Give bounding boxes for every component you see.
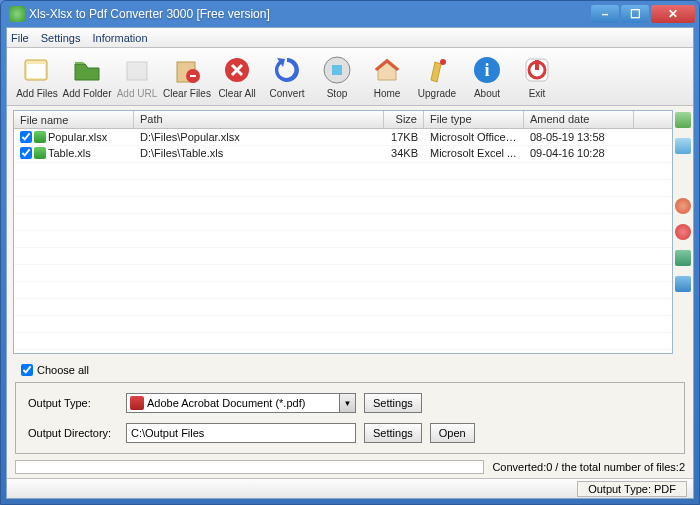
output-dir-input[interactable] bbox=[126, 423, 356, 443]
client-area: File Settings Information Add Files Add … bbox=[6, 27, 694, 499]
menu-information[interactable]: Information bbox=[92, 32, 147, 44]
add-folder-icon bbox=[71, 54, 103, 86]
output-dir-settings-button[interactable]: Settings bbox=[364, 423, 422, 443]
side-down-icon[interactable] bbox=[675, 276, 691, 292]
col-filename[interactable]: File name bbox=[14, 111, 134, 128]
app-icon bbox=[9, 6, 25, 22]
convert-button[interactable]: Convert bbox=[263, 52, 311, 101]
table-row[interactable]: Popular.xlsxD:\Files\Popular.xlsx17KBMic… bbox=[14, 129, 672, 145]
svg-point-8 bbox=[440, 59, 446, 65]
col-size[interactable]: Size bbox=[384, 111, 424, 128]
side-save-icon[interactable] bbox=[675, 138, 691, 154]
pdf-icon bbox=[130, 396, 144, 410]
add-files-button[interactable]: Add Files bbox=[13, 52, 61, 101]
side-remove-icon[interactable] bbox=[675, 198, 691, 214]
table-row[interactable]: Table.xlsD:\Files\Table.xls34KBMicrosolt… bbox=[14, 145, 672, 161]
chevron-down-icon: ▼ bbox=[339, 394, 355, 412]
clear-all-button[interactable]: Clear All bbox=[213, 52, 261, 101]
about-button[interactable]: iAbout bbox=[463, 52, 511, 101]
output-type-combo[interactable]: Adobe Acrobat Document (*.pdf) ▼ bbox=[126, 393, 356, 413]
minimize-button[interactable]: – bbox=[591, 5, 619, 23]
maximize-button[interactable]: ☐ bbox=[621, 5, 649, 23]
add-files-icon bbox=[21, 54, 53, 86]
cell-date: 09-04-16 10:28 bbox=[524, 147, 634, 159]
toolbar: Add Files Add Folder Add URL Clear Files… bbox=[7, 48, 693, 106]
cell-filename: Popular.xlsx bbox=[48, 131, 107, 143]
exit-icon bbox=[521, 54, 553, 86]
clear-all-icon bbox=[221, 54, 253, 86]
cell-date: 08-05-19 13:58 bbox=[524, 131, 634, 143]
output-dir-label: Output Directory: bbox=[28, 427, 118, 439]
menubar: File Settings Information bbox=[7, 28, 693, 48]
output-dir-open-button[interactable]: Open bbox=[430, 423, 475, 443]
row-checkbox[interactable] bbox=[20, 147, 32, 159]
side-toolbar bbox=[673, 106, 693, 358]
side-clear-icon[interactable] bbox=[675, 224, 691, 240]
upgrade-button[interactable]: Upgrade bbox=[413, 52, 461, 101]
col-filetype[interactable]: File type bbox=[424, 111, 524, 128]
window-title: Xls-Xlsx to Pdf Converter 3000 [Free ver… bbox=[29, 7, 591, 21]
status-output-type: Output Type: PDF bbox=[577, 481, 687, 497]
upgrade-icon bbox=[421, 54, 453, 86]
cell-size: 34KB bbox=[384, 147, 424, 159]
home-icon bbox=[371, 54, 403, 86]
clear-files-button[interactable]: Clear Files bbox=[163, 52, 211, 101]
svg-rect-13 bbox=[535, 60, 539, 70]
cell-path: D:\Files\Table.xls bbox=[134, 147, 384, 159]
stop-button[interactable]: Stop bbox=[313, 52, 361, 101]
exit-button[interactable]: Exit bbox=[513, 52, 561, 101]
menu-settings[interactable]: Settings bbox=[41, 32, 81, 44]
grid-header: File name Path Size File type Amend date bbox=[14, 111, 672, 129]
row-checkbox[interactable] bbox=[20, 131, 32, 143]
cell-size: 17KB bbox=[384, 131, 424, 143]
col-path[interactable]: Path bbox=[134, 111, 384, 128]
svg-rect-7 bbox=[332, 65, 342, 75]
side-add-icon[interactable] bbox=[675, 112, 691, 128]
app-window: Xls-Xlsx to Pdf Converter 3000 [Free ver… bbox=[0, 0, 700, 505]
bottom-panel: Choose all Output Type: Adobe Acrobat Do… bbox=[7, 358, 693, 478]
clear-files-icon bbox=[171, 54, 203, 86]
output-type-label: Output Type: bbox=[28, 397, 118, 409]
add-url-button: Add URL bbox=[113, 52, 161, 101]
svg-rect-1 bbox=[27, 64, 45, 78]
file-grid: File name Path Size File type Amend date… bbox=[13, 110, 673, 354]
add-url-icon bbox=[121, 54, 153, 86]
add-folder-button[interactable]: Add Folder bbox=[63, 52, 111, 101]
svg-rect-2 bbox=[127, 62, 147, 80]
output-options: Output Type: Adobe Acrobat Document (*.p… bbox=[15, 382, 685, 454]
choose-all-checkbox[interactable] bbox=[21, 364, 33, 376]
statusbar: Output Type: PDF bbox=[7, 478, 693, 498]
file-icon bbox=[34, 131, 46, 143]
cell-type: Microsolt Office E... bbox=[424, 131, 524, 143]
cell-type: Microsolt Excel ... bbox=[424, 147, 524, 159]
menu-file[interactable]: File bbox=[11, 32, 29, 44]
file-icon bbox=[34, 147, 46, 159]
output-type-settings-button[interactable]: Settings bbox=[364, 393, 422, 413]
grid-body[interactable]: Popular.xlsxD:\Files\Popular.xlsx17KBMic… bbox=[14, 129, 672, 353]
svg-text:i: i bbox=[484, 60, 489, 80]
stop-icon bbox=[321, 54, 353, 86]
choose-all-label: Choose all bbox=[37, 364, 89, 376]
side-up-icon[interactable] bbox=[675, 250, 691, 266]
col-amenddate[interactable]: Amend date bbox=[524, 111, 634, 128]
cell-filename: Table.xls bbox=[48, 147, 91, 159]
home-button[interactable]: Home bbox=[363, 52, 411, 101]
progress-bar bbox=[15, 460, 484, 474]
close-button[interactable]: ✕ bbox=[651, 5, 695, 23]
about-icon: i bbox=[471, 54, 503, 86]
output-type-value: Adobe Acrobat Document (*.pdf) bbox=[147, 397, 339, 409]
titlebar: Xls-Xlsx to Pdf Converter 3000 [Free ver… bbox=[1, 1, 699, 27]
progress-status: Converted:0 / the total number of files:… bbox=[492, 461, 685, 473]
convert-icon bbox=[271, 54, 303, 86]
cell-path: D:\Files\Popular.xlsx bbox=[134, 131, 384, 143]
